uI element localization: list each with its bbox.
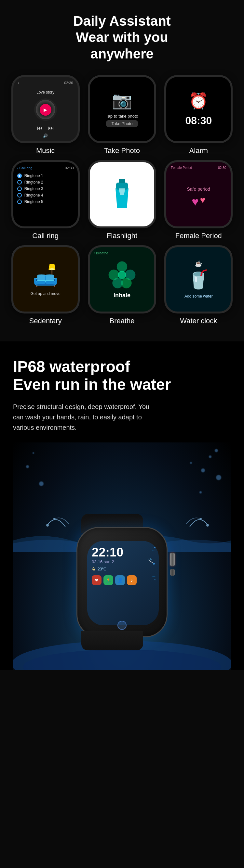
sedentary-text: Get up and move (31, 291, 60, 296)
ringtone-label-3: Ringtone 3 (24, 186, 43, 191)
watch-body: 22:10 03-16 sun 2 🌤 23℃ ❤ 🏃 👤 ♪ (77, 527, 167, 638)
watch-item-breathe: ‹ Breathe Inhale Breathe (86, 245, 158, 325)
waterproof-description: Precise structural design, deep waterpro… (13, 402, 156, 433)
volume-icon: 🔊 (43, 133, 48, 138)
page-title: Daily Assistant Wear with you anywhere (10, 13, 234, 62)
callring-header: ‹ Call ring (17, 166, 32, 170)
ringtone-radio-3[interactable] (17, 186, 22, 191)
watch-label-music: Music (36, 147, 55, 155)
water-drop-8 (26, 465, 29, 468)
watch-item-sedentary: 🛋️ Get up and move Sedentary (10, 245, 81, 325)
water-drop-4 (215, 449, 218, 452)
watch-label-flashlight: Flashlight (107, 231, 137, 240)
watch-in-water: 22:10 03-16 sun 2 🌤 23℃ ❤ 🏃 👤 ♪ (67, 514, 177, 650)
svg-point-4 (117, 261, 127, 272)
callring-top-bar: ‹ Call ring 02:30 (17, 166, 74, 170)
steam-icon: ☕ (195, 260, 202, 267)
splash-left (46, 511, 72, 530)
watch-item-period: Female Period 02:30 Safe period ♥ ♥ Fema… (163, 160, 234, 240)
watch-screen-period: Female Period 02:30 Safe period ♥ ♥ (164, 160, 233, 228)
home-button[interactable] (117, 621, 127, 630)
music-top-bar: ‹ 02:30 (13, 81, 78, 85)
svg-point-13 (153, 563, 155, 565)
watch-display: 22:10 03-16 sun 2 🌤 23℃ ❤ 🏃 👤 ♪ (87, 541, 159, 625)
weather-icon: 🌤 (92, 567, 96, 571)
alarm-time: 08:30 (185, 115, 212, 127)
watch-label-breathe: Breathe (109, 317, 134, 325)
svg-point-8 (109, 269, 119, 280)
watch-screen-flashlight (88, 160, 156, 228)
watch-band-bottom (81, 631, 143, 650)
ringtone-radio-4[interactable] (17, 193, 22, 197)
svg-point-17 (200, 518, 202, 520)
ringtone-radio-2[interactable] (17, 180, 22, 185)
watch-label-sedentary: Sedentary (29, 317, 62, 325)
alarm-icon: ⏰ (189, 92, 208, 110)
tch-label: tch (148, 558, 152, 561)
waterproof-scene: 22:10 03-16 sun 2 🌤 23℃ ❤ 🏃 👤 ♪ (13, 442, 231, 670)
watch-screen-breathe: ‹ Breathe Inhale (88, 245, 156, 313)
ringtone-radio-1[interactable] (17, 174, 22, 178)
ringtone-label-5: Ringtone 5 (24, 199, 43, 204)
music-chevron: ‹ (18, 81, 19, 85)
watch-item-photo: 📷 Tap to take photo Take Photo Take Phot… (86, 75, 158, 155)
watch-label-alarm: Alarm (189, 147, 208, 155)
waterproof-section: IP68 waterproof Even run in the water Pr… (0, 341, 244, 670)
ringtone-item-2[interactable]: Ringtone 2 (17, 179, 74, 185)
waterproof-title: IP68 waterproof Even run in the water (13, 358, 231, 393)
watch-item-flashlight: Flashlight (86, 160, 158, 240)
watch-item-callring: ‹ Call ring 02:30 Ringtone 1 Ringtone 2 … (10, 160, 81, 240)
watch-item-music: ‹ 02:30 Love story ▶ ⏮ ⏭ 🔊 Music (10, 75, 81, 155)
next-button[interactable]: ⏭ (48, 125, 54, 131)
watch-screen-music: ‹ 02:30 Love story ▶ ⏮ ⏭ 🔊 (11, 75, 80, 143)
camera-icon: 📷 (112, 91, 132, 110)
daily-assistant-section: Daily Assistant Wear with you anywhere ‹… (0, 0, 244, 341)
callring-time: 02:30 (65, 166, 74, 170)
temperature-display: 23℃ (98, 567, 106, 571)
ringtone-item-3[interactable]: Ringtone 3 (17, 185, 74, 192)
watch-arc-indicator (136, 544, 156, 583)
water-drop-6 (199, 491, 202, 493)
ringtone-item-1[interactable]: Ringtone 1 (17, 173, 74, 179)
prev-button[interactable]: ⏮ (37, 125, 43, 131)
app-icon-run: 🏃 (104, 575, 113, 585)
water-drop-2 (201, 468, 205, 472)
ringtone-label-4: Ringtone 4 (24, 193, 43, 197)
watch-label-water: Water clock (180, 317, 217, 325)
watch-screen-callring: ‹ Call ring 02:30 Ringtone 1 Ringtone 2 … (11, 160, 80, 228)
watch-side-button (170, 569, 175, 576)
period-top-bar: Female Period 02:30 (166, 166, 231, 169)
svg-point-16 (206, 524, 209, 527)
play-button[interactable]: ▶ (40, 104, 51, 116)
svg-point-14 (46, 524, 49, 527)
hearts-decoration: ♥ ♥ (192, 195, 205, 209)
ringtone-radio-5[interactable] (17, 199, 22, 204)
watch-label-photo: Take Photo (104, 147, 140, 155)
sofa-icon: 🛋️ (32, 263, 59, 287)
breathe-flower-animation (107, 260, 137, 289)
breathe-header: ‹ Breathe (94, 251, 108, 255)
watch-crown (170, 553, 175, 566)
ringtone-item-4[interactable]: Ringtone 4 (17, 192, 74, 198)
water-add-text: Add some water (185, 294, 213, 299)
watch-screen-photo: 📷 Tap to take photo Take Photo (88, 75, 156, 143)
watch-label-callring: Call ring (32, 231, 59, 240)
watch-screen-water: ☕ 🥤 Add some water (164, 245, 233, 313)
water-drop-9 (39, 482, 44, 486)
music-time: 02:30 (64, 81, 73, 85)
music-disc: ▶ (34, 98, 57, 121)
period-time: 02:30 (218, 166, 226, 169)
heart-icon-large: ♥ (192, 195, 198, 209)
flashlight-icon (109, 176, 135, 213)
svg-rect-2 (119, 179, 125, 183)
music-controls: ⏮ ⏭ (37, 125, 54, 131)
water-drop-1 (209, 456, 212, 458)
watch-screen-alarm: ⏰ 08:30 (164, 75, 233, 143)
period-safe-text: Safe period (187, 186, 211, 192)
heart-icon-small: ♥ (200, 195, 206, 209)
cup-icon: 🥤 (187, 269, 210, 290)
water-drop-3 (190, 462, 192, 464)
ringtone-item-5[interactable]: Ringtone 5 (17, 198, 74, 205)
water-drop-7 (32, 452, 34, 454)
watch-item-water: ☕ 🥤 Add some water Water clock (163, 245, 234, 325)
